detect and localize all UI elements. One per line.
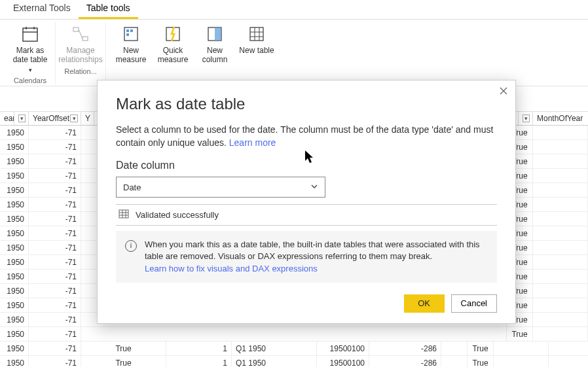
cell-month	[533, 298, 588, 312]
new-column-button[interactable]: New column	[195, 22, 234, 66]
cell-year: 1950	[0, 198, 29, 211]
cell-month	[533, 183, 588, 197]
cell-num: 19500100	[317, 341, 369, 355]
measure-icon	[120, 24, 141, 44]
cell-true: True	[81, 341, 166, 355]
cell-q: Q1 1950	[232, 356, 317, 367]
cancel-button[interactable]: Cancel	[451, 294, 497, 313]
cell-offset: -71	[29, 270, 81, 283]
cell-offset: -71	[29, 241, 81, 254]
col-head-year[interactable]: ear	[0, 112, 14, 125]
table-row[interactable]: 1950-71True	[0, 327, 588, 341]
cell-offset: -71	[29, 198, 81, 211]
col-head-yearoffset[interactable]: YearOffset▾	[29, 112, 81, 125]
info-icon: i	[125, 240, 137, 252]
cell-year: 1950	[0, 226, 29, 240]
close-button[interactable]	[497, 84, 510, 97]
svg-rect-7	[126, 29, 129, 32]
cell-year: 1950	[0, 327, 29, 341]
select-value: Date	[123, 183, 141, 192]
table-row[interactable]: 1950-71True1Q1 195019500100-286True	[0, 356, 588, 367]
validation-text: Validated successfully	[136, 210, 219, 220]
cell-year: 1950	[0, 169, 29, 183]
cell-offset: -71	[29, 212, 81, 226]
svg-rect-4	[73, 27, 79, 31]
mark-date-table-label: Mark as date table ▾	[10, 46, 50, 74]
chevron-down-icon[interactable]: ▾	[18, 114, 26, 122]
new-table-button[interactable]: New table	[237, 22, 276, 66]
manage-relationships-button[interactable]: Manage relationships	[61, 22, 100, 66]
cell-true: True	[81, 356, 166, 367]
col-head-monthofyear[interactable]: MonthOfYear	[533, 112, 588, 125]
cell-offset: -71	[29, 126, 81, 139]
learn-fix-link[interactable]: Learn how to fix visuals and DAX express…	[145, 264, 318, 273]
mark-as-date-table-dialog: Mark as date table Select a column to be…	[97, 80, 516, 324]
cell-month	[533, 241, 588, 254]
cell-spacer	[441, 356, 468, 367]
cell-month	[533, 140, 588, 154]
cell-month	[533, 169, 588, 183]
manage-relationships-label: Manage relationships	[58, 46, 102, 65]
chevron-down-icon[interactable]: ▾	[70, 114, 78, 122]
cell-year: 1950	[0, 154, 29, 168]
cell-month	[533, 212, 588, 226]
group-label-calculations	[193, 67, 194, 75]
date-column-label: Date column	[116, 160, 497, 171]
new-table-label: New table	[239, 46, 274, 55]
col-head-y[interactable]: Y	[81, 112, 94, 125]
cell-month	[533, 284, 588, 298]
cell-month	[533, 313, 588, 326]
cell-year: 1950	[0, 126, 29, 139]
cell-num: 19500100	[317, 356, 369, 367]
cell-true2: True	[468, 341, 494, 355]
learn-more-link[interactable]: Learn more	[229, 137, 276, 148]
cell-year: 1950	[0, 284, 29, 298]
cell-year: 1950	[0, 241, 29, 254]
ribbon-group-calendars: Mark as date table ▾ Calendars	[5, 22, 56, 84]
svg-rect-9	[126, 33, 129, 36]
cell-offset: -71	[29, 169, 81, 183]
col-head-year-drop[interactable]: ▾	[14, 112, 29, 125]
tab-table-tools[interactable]: Table tools	[79, 0, 138, 19]
group-label-relationships: Relation...	[64, 67, 97, 75]
cell-offset: -71	[29, 255, 81, 269]
cell-offset: -71	[29, 327, 81, 341]
ribbon-group-calculations: New measure Quick measure New column New…	[106, 22, 282, 84]
validation-status: Validated successfully	[116, 204, 497, 226]
cell-month	[533, 327, 588, 341]
table-row[interactable]: 1950-71True1Q1 195019500100-286True	[0, 341, 588, 356]
date-column-select[interactable]: Date	[116, 177, 325, 198]
cell-year: 1950	[0, 356, 29, 367]
new-measure-button[interactable]: New measure	[111, 22, 151, 66]
cell-n: 1	[166, 356, 232, 367]
cell-year: 1950	[0, 140, 29, 154]
ok-button[interactable]: OK	[404, 294, 445, 313]
ribbon-tabs: External Tools Table tools	[0, 0, 588, 20]
dialog-buttons: OK Cancel	[116, 294, 497, 313]
chevron-down-icon	[310, 183, 318, 192]
cell-offset: -71	[29, 226, 81, 240]
svg-rect-18	[119, 210, 128, 218]
calendar-icon	[20, 24, 41, 44]
dialog-description: Select a column to be used for the date.…	[116, 124, 497, 149]
warning-note: i When you mark this as a date table, th…	[116, 231, 497, 283]
table-icon	[119, 209, 129, 221]
cell-offset: -71	[29, 341, 81, 355]
cell-year: 1950	[0, 270, 29, 283]
tab-external-tools[interactable]: External Tools	[5, 0, 79, 19]
new-table-icon	[246, 24, 267, 44]
chevron-down-icon[interactable]: ▾	[523, 114, 530, 122]
svg-rect-13	[250, 27, 263, 41]
svg-rect-5	[83, 37, 88, 41]
dialog-title: Mark as date table	[116, 95, 497, 113]
quick-measure-button[interactable]: Quick measure	[153, 22, 193, 66]
quick-measure-icon	[162, 24, 183, 44]
cell-q: Q1 1950	[232, 341, 317, 355]
cell-month	[494, 356, 549, 367]
cell-month	[533, 255, 588, 269]
cell-offset: -71	[29, 298, 81, 312]
mark-date-table-button[interactable]: Mark as date table ▾	[10, 22, 50, 75]
cell-year: 1950	[0, 212, 29, 226]
ribbon-group-relationships: Manage relationships Relation...	[56, 22, 106, 84]
col-head-drop[interactable]: ▾	[519, 112, 533, 125]
